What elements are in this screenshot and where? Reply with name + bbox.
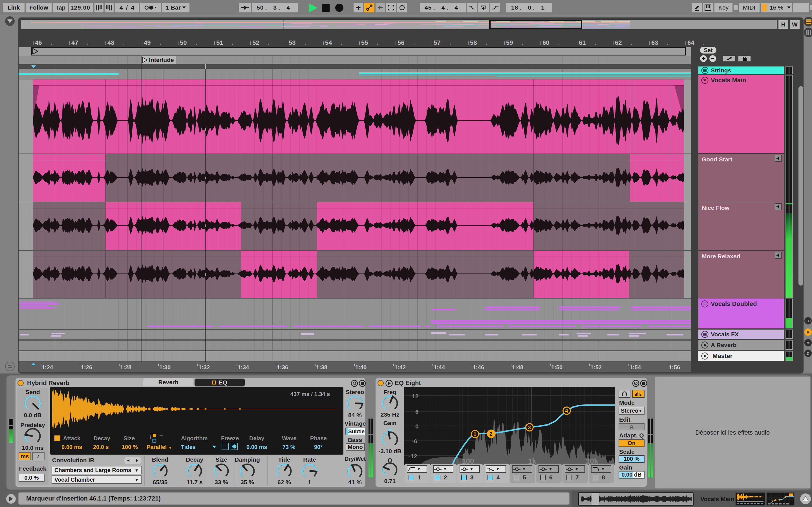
svg-text:1: 1 [473,431,476,437]
svg-text:-12: -12 [409,453,417,459]
svg-text:4: 4 [565,408,568,414]
svg-text:12: 12 [412,393,418,399]
svg-text:6: 6 [415,408,419,415]
svg-text:-6: -6 [412,438,417,445]
svg-text:2: 2 [490,431,493,437]
svg-text:0: 0 [415,423,419,430]
svg-text:3: 3 [528,425,531,431]
